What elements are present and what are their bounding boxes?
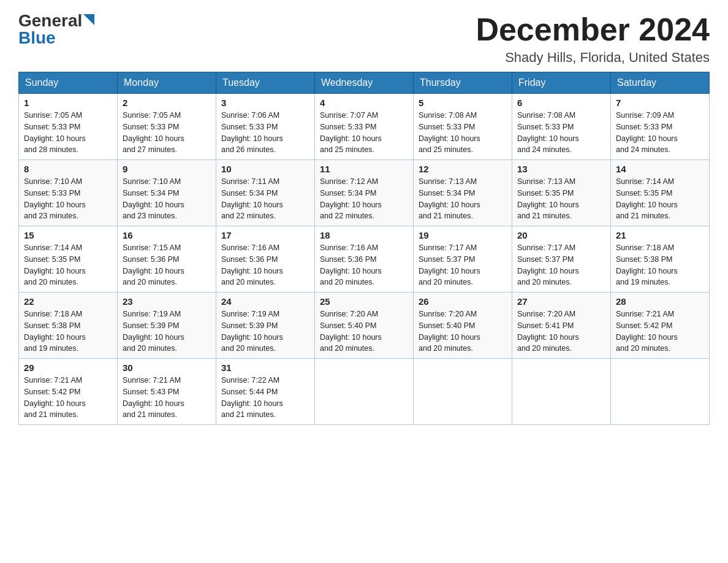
day-info: Sunrise: 7:06 AMSunset: 5:33 PMDaylight:… <box>221 110 309 156</box>
col-header-saturday: Saturday <box>611 72 710 94</box>
day-number: 25 <box>320 296 408 307</box>
calendar-cell: 24Sunrise: 7:19 AMSunset: 5:39 PMDayligh… <box>216 293 315 359</box>
calendar-cell: 9Sunrise: 7:10 AMSunset: 5:34 PMDaylight… <box>118 160 216 226</box>
calendar-cell: 15Sunrise: 7:14 AMSunset: 5:35 PMDayligh… <box>19 226 118 293</box>
day-number: 10 <box>221 164 309 174</box>
day-info: Sunrise: 7:12 AMSunset: 5:34 PMDaylight:… <box>320 176 408 222</box>
day-number: 4 <box>320 98 408 108</box>
day-number: 5 <box>419 98 507 108</box>
col-header-wednesday: Wednesday <box>315 72 414 94</box>
calendar-cell: 17Sunrise: 7:16 AMSunset: 5:36 PMDayligh… <box>216 226 315 293</box>
calendar-cell: 16Sunrise: 7:15 AMSunset: 5:36 PMDayligh… <box>118 226 216 293</box>
day-info: Sunrise: 7:19 AMSunset: 5:39 PMDaylight:… <box>123 308 211 354</box>
day-info: Sunrise: 7:10 AMSunset: 5:34 PMDaylight:… <box>123 176 211 222</box>
calendar-week-row: 1Sunrise: 7:05 AMSunset: 5:33 PMDaylight… <box>19 94 710 160</box>
calendar-cell: 25Sunrise: 7:20 AMSunset: 5:40 PMDayligh… <box>315 293 414 359</box>
day-info: Sunrise: 7:09 AMSunset: 5:33 PMDaylight:… <box>616 110 704 156</box>
calendar-cell: 26Sunrise: 7:20 AMSunset: 5:40 PMDayligh… <box>414 293 512 359</box>
day-info: Sunrise: 7:16 AMSunset: 5:36 PMDaylight:… <box>320 242 408 288</box>
calendar-cell <box>512 359 611 425</box>
calendar-cell <box>315 359 414 425</box>
title-block: December 2024 Shady Hills, Florida, Unit… <box>476 12 710 66</box>
day-info: Sunrise: 7:20 AMSunset: 5:40 PMDaylight:… <box>419 308 507 354</box>
calendar-cell: 13Sunrise: 7:13 AMSunset: 5:35 PMDayligh… <box>512 160 611 226</box>
calendar-cell: 20Sunrise: 7:17 AMSunset: 5:37 PMDayligh… <box>512 226 611 293</box>
day-info: Sunrise: 7:05 AMSunset: 5:33 PMDaylight:… <box>123 110 211 156</box>
calendar-cell: 19Sunrise: 7:17 AMSunset: 5:37 PMDayligh… <box>414 226 512 293</box>
calendar-week-row: 8Sunrise: 7:10 AMSunset: 5:33 PMDaylight… <box>19 160 710 226</box>
day-info: Sunrise: 7:14 AMSunset: 5:35 PMDaylight:… <box>616 176 704 222</box>
day-info: Sunrise: 7:22 AMSunset: 5:44 PMDaylight:… <box>221 375 309 421</box>
calendar-header-row: SundayMondayTuesdayWednesdayThursdayFrid… <box>19 72 710 94</box>
logo-general-text: General <box>18 12 82 29</box>
day-info: Sunrise: 7:18 AMSunset: 5:38 PMDaylight:… <box>616 242 704 288</box>
calendar-week-row: 15Sunrise: 7:14 AMSunset: 5:35 PMDayligh… <box>19 226 710 293</box>
day-number: 1 <box>24 98 112 108</box>
calendar-cell: 6Sunrise: 7:08 AMSunset: 5:33 PMDaylight… <box>512 94 611 160</box>
location-title: Shady Hills, Florida, United States <box>476 50 710 66</box>
calendar-cell: 30Sunrise: 7:21 AMSunset: 5:43 PMDayligh… <box>118 359 216 425</box>
day-number: 19 <box>419 230 507 240</box>
col-header-thursday: Thursday <box>414 72 512 94</box>
day-info: Sunrise: 7:17 AMSunset: 5:37 PMDaylight:… <box>419 242 507 288</box>
day-info: Sunrise: 7:18 AMSunset: 5:38 PMDaylight:… <box>24 308 112 354</box>
col-header-tuesday: Tuesday <box>216 72 315 94</box>
day-info: Sunrise: 7:20 AMSunset: 5:41 PMDaylight:… <box>517 308 605 354</box>
page-header: General Blue December 2024 Shady Hills, … <box>18 12 710 66</box>
svg-marker-0 <box>83 14 94 25</box>
day-info: Sunrise: 7:11 AMSunset: 5:34 PMDaylight:… <box>221 176 309 222</box>
day-info: Sunrise: 7:21 AMSunset: 5:42 PMDaylight:… <box>616 308 704 354</box>
calendar-cell: 29Sunrise: 7:21 AMSunset: 5:42 PMDayligh… <box>19 359 118 425</box>
calendar-cell: 14Sunrise: 7:14 AMSunset: 5:35 PMDayligh… <box>611 160 710 226</box>
calendar-cell: 5Sunrise: 7:08 AMSunset: 5:33 PMDaylight… <box>414 94 512 160</box>
day-info: Sunrise: 7:08 AMSunset: 5:33 PMDaylight:… <box>419 110 507 156</box>
logo-blue-text: Blue <box>18 29 56 47</box>
day-number: 12 <box>419 164 507 174</box>
calendar-cell <box>611 359 710 425</box>
day-number: 20 <box>517 230 605 240</box>
day-number: 24 <box>221 296 309 307</box>
col-header-friday: Friday <box>512 72 611 94</box>
day-number: 6 <box>517 98 605 108</box>
calendar-week-row: 29Sunrise: 7:21 AMSunset: 5:42 PMDayligh… <box>19 359 710 425</box>
day-info: Sunrise: 7:05 AMSunset: 5:33 PMDaylight:… <box>24 110 112 156</box>
day-number: 23 <box>123 296 211 307</box>
day-number: 9 <box>123 164 211 174</box>
calendar-cell: 22Sunrise: 7:18 AMSunset: 5:38 PMDayligh… <box>19 293 118 359</box>
day-number: 3 <box>221 98 309 108</box>
calendar-cell: 2Sunrise: 7:05 AMSunset: 5:33 PMDaylight… <box>118 94 216 160</box>
day-number: 7 <box>616 98 704 108</box>
col-header-monday: Monday <box>118 72 216 94</box>
calendar-cell: 1Sunrise: 7:05 AMSunset: 5:33 PMDaylight… <box>19 94 118 160</box>
day-number: 29 <box>24 362 112 373</box>
calendar-week-row: 22Sunrise: 7:18 AMSunset: 5:38 PMDayligh… <box>19 293 710 359</box>
calendar-cell: 23Sunrise: 7:19 AMSunset: 5:39 PMDayligh… <box>118 293 216 359</box>
calendar-cell: 8Sunrise: 7:10 AMSunset: 5:33 PMDaylight… <box>19 160 118 226</box>
day-number: 16 <box>123 230 211 240</box>
day-info: Sunrise: 7:13 AMSunset: 5:35 PMDaylight:… <box>517 176 605 222</box>
day-number: 21 <box>616 230 704 240</box>
calendar-cell: 28Sunrise: 7:21 AMSunset: 5:42 PMDayligh… <box>611 293 710 359</box>
calendar-cell: 12Sunrise: 7:13 AMSunset: 5:34 PMDayligh… <box>414 160 512 226</box>
day-info: Sunrise: 7:07 AMSunset: 5:33 PMDaylight:… <box>320 110 408 156</box>
day-number: 30 <box>123 362 211 373</box>
day-info: Sunrise: 7:16 AMSunset: 5:36 PMDaylight:… <box>221 242 309 288</box>
day-number: 11 <box>320 164 408 174</box>
calendar-cell: 4Sunrise: 7:07 AMSunset: 5:33 PMDaylight… <box>315 94 414 160</box>
day-number: 28 <box>616 296 704 307</box>
day-number: 2 <box>123 98 211 108</box>
day-info: Sunrise: 7:08 AMSunset: 5:33 PMDaylight:… <box>517 110 605 156</box>
calendar-cell: 31Sunrise: 7:22 AMSunset: 5:44 PMDayligh… <box>216 359 315 425</box>
calendar-cell: 7Sunrise: 7:09 AMSunset: 5:33 PMDaylight… <box>611 94 710 160</box>
day-info: Sunrise: 7:13 AMSunset: 5:34 PMDaylight:… <box>419 176 507 222</box>
day-number: 22 <box>24 296 112 307</box>
calendar-cell: 21Sunrise: 7:18 AMSunset: 5:38 PMDayligh… <box>611 226 710 293</box>
day-number: 15 <box>24 230 112 240</box>
day-number: 17 <box>221 230 309 240</box>
calendar-cell <box>414 359 512 425</box>
calendar-cell: 27Sunrise: 7:20 AMSunset: 5:41 PMDayligh… <box>512 293 611 359</box>
day-info: Sunrise: 7:17 AMSunset: 5:37 PMDaylight:… <box>517 242 605 288</box>
day-number: 26 <box>419 296 507 307</box>
day-number: 18 <box>320 230 408 240</box>
day-info: Sunrise: 7:20 AMSunset: 5:40 PMDaylight:… <box>320 308 408 354</box>
